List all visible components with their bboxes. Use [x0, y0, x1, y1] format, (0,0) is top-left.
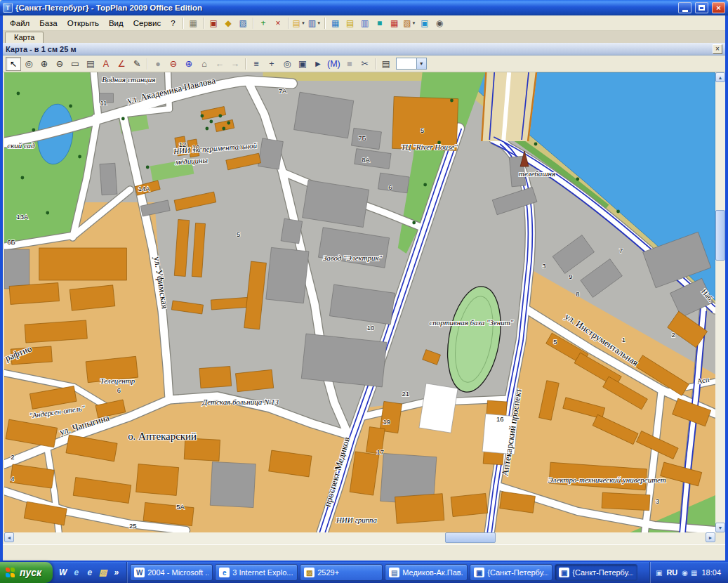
cut-button[interactable]: ✂ — [357, 57, 373, 71]
close-frame-button[interactable]: × — [271, 16, 286, 30]
zoom-tool-button[interactable]: ◎ — [21, 57, 37, 71]
measure-button[interactable]: ∠ — [114, 57, 129, 71]
scale-down-button[interactable]: ⊖ — [166, 57, 181, 71]
menu-item-файл[interactable]: Файл — [5, 17, 34, 30]
map-label: Электро-технический университет — [548, 476, 666, 484]
word-icon[interactable]: W — [57, 567, 69, 579]
draw-button[interactable]: ✎ — [129, 57, 145, 71]
style-combo[interactable]: ▼ — [396, 58, 427, 70]
taskbar-button-label: 2529+ — [317, 568, 339, 577]
windows-flag-icon — [6, 568, 16, 578]
building-number: 3 — [656, 497, 659, 505]
map-sheet-button[interactable]: ▥ — [357, 16, 372, 30]
map-svg[interactable]: Водная станцияул. Академика ПавловаНИИ э… — [4, 72, 715, 532]
style-combo-arrow-icon[interactable]: ▼ — [416, 58, 426, 69]
start-button[interactable]: пуск — [0, 562, 53, 583]
language-indicator[interactable]: RU — [666, 568, 677, 577]
horizontal-scrollbar[interactable]: ◄ ► — [4, 532, 715, 544]
pointer-tool-button[interactable]: ↖ — [6, 57, 21, 71]
cardfile-button[interactable]: ▧▼ — [402, 16, 417, 30]
scale-up-button[interactable]: ⊕ — [181, 57, 197, 71]
update-icon[interactable]: ◉ — [682, 569, 688, 577]
zoom-in-button[interactable]: ⊕ — [37, 57, 52, 71]
building-number: 19 — [383, 418, 391, 426]
building-number: 16 — [496, 415, 504, 423]
camera-button[interactable]: ◉ — [432, 16, 446, 30]
camera-icon: ◉ — [436, 18, 443, 28]
bookmark-button[interactable]: ⌂ — [197, 57, 212, 71]
blank-button[interactable]: ■ — [342, 57, 357, 71]
sheets-button[interactable]: ▤ — [83, 57, 98, 71]
scroll-up-button[interactable]: ▲ — [715, 72, 725, 82]
horizontal-scroll-thumb[interactable] — [445, 532, 496, 543]
taskbar-button[interactable]: ▤Медиков-Ак.Пав... — [385, 564, 468, 581]
cardfile-dropdown-icon[interactable]: ▼ — [411, 21, 416, 25]
key-button[interactable]: ◆ — [221, 16, 236, 30]
taskbar-button-label: Медиков-Ак.Пав... — [402, 568, 463, 577]
building-number: 4 — [11, 475, 14, 483]
more-chevron-icon[interactable]: » — [110, 567, 122, 579]
toolbar-separator — [203, 18, 204, 29]
blank-icon: ■ — [347, 59, 352, 69]
print-button[interactable]: ▤ — [378, 57, 394, 71]
open-folder-dropdown-icon[interactable]: ▼ — [301, 21, 305, 25]
scroll-down-button[interactable]: ▼ — [715, 523, 725, 532]
save-button[interactable]: ▥▼ — [307, 16, 322, 30]
network-icon[interactable]: ▦ — [691, 569, 697, 577]
taskbar-button[interactable]: ▣{Санкт-Петербу... — [470, 564, 552, 581]
node-button[interactable]: ● — [150, 57, 166, 71]
photo-button[interactable]: ▣ — [295, 57, 310, 71]
vertical-scrollbar[interactable]: ▲ ▼ — [715, 72, 725, 532]
zoom-window-icon: ▭ — [71, 58, 79, 69]
zoom-out-button[interactable]: ⊖ — [52, 57, 67, 71]
topplan-tray-icon[interactable]: ▣ — [656, 569, 662, 577]
grid-red-button[interactable]: ▦ — [387, 16, 402, 30]
menu-item-открыть[interactable]: Открыть — [62, 17, 104, 30]
notes-button[interactable]: ▤ — [343, 16, 357, 30]
taskbar-button[interactable]: e3 Internet Explo... — [215, 564, 298, 581]
forward-button[interactable]: → — [227, 57, 243, 71]
internet-explorer-icon[interactable]: e — [70, 567, 82, 579]
menu-item-сервис[interactable]: Сервис — [128, 17, 166, 30]
scroll-right-button[interactable]: ► — [706, 532, 715, 542]
close-button[interactable]: × — [712, 2, 725, 13]
monitor-button[interactable]: ▣ — [417, 16, 432, 30]
tab-map[interactable]: Карта — [5, 32, 44, 43]
taskbar-button[interactable]: W2004 - Microsoft ... — [130, 564, 213, 581]
folder-icon[interactable]: ▨ — [97, 567, 109, 579]
topplan-map-icon: ▣ — [474, 568, 484, 577]
save-dropdown-icon[interactable]: ▼ — [317, 21, 321, 25]
zoom-window-button[interactable]: ▭ — [67, 57, 83, 71]
find-button[interactable]: ◎ — [279, 57, 295, 71]
menu-item-база[interactable]: База — [34, 17, 62, 30]
map-panel-header: Карта - в 1 см 25 м × — [3, 43, 725, 55]
keyboard-button[interactable]: ▦ — [186, 16, 201, 30]
layers-button[interactable]: ≡ — [249, 57, 264, 71]
taskbar-button[interactable]: ▨2529+ — [300, 564, 383, 581]
title-bar[interactable]: T {Санкт-Петербург} - TopPlan 2009 Offic… — [0, 0, 728, 15]
panel-close-button[interactable]: × — [713, 44, 722, 54]
taskbar-button[interactable]: ▣{Санкт-Петербу... — [555, 564, 637, 581]
back-button[interactable]: ← — [212, 57, 227, 71]
text-search-icon: А — [103, 59, 109, 69]
metro-button[interactable]: (М) — [326, 57, 342, 71]
vertical-scroll-thumb[interactable] — [715, 210, 725, 261]
pan-button[interactable]: + — [264, 57, 279, 71]
contacts-button[interactable]: ▧ — [236, 16, 251, 30]
maximize-button[interactable] — [695, 2, 708, 13]
video-button[interactable]: ► — [310, 57, 326, 71]
pan-icon: + — [269, 59, 274, 69]
text-search-button[interactable]: А — [98, 57, 114, 71]
menu-item-?[interactable]: ? — [166, 17, 180, 30]
map-label: НИИ гриппа — [336, 516, 378, 524]
menu-item-вид[interactable]: Вид — [104, 17, 128, 30]
table-button[interactable]: ▦ — [328, 16, 343, 30]
scroll-left-button[interactable]: ◄ — [4, 532, 14, 542]
add-frame-button[interactable]: + — [256, 16, 271, 30]
open-folder-button[interactable]: ▤▼ — [291, 16, 307, 30]
minimize-button[interactable] — [678, 2, 691, 13]
taskbar: пуск Wee▨» W2004 - Microsoft ...e3 Inter… — [0, 562, 728, 583]
mail-icon[interactable]: e — [84, 567, 95, 579]
stamp-button[interactable]: ▣ — [206, 16, 221, 30]
database-button[interactable]: ■ — [372, 16, 387, 30]
